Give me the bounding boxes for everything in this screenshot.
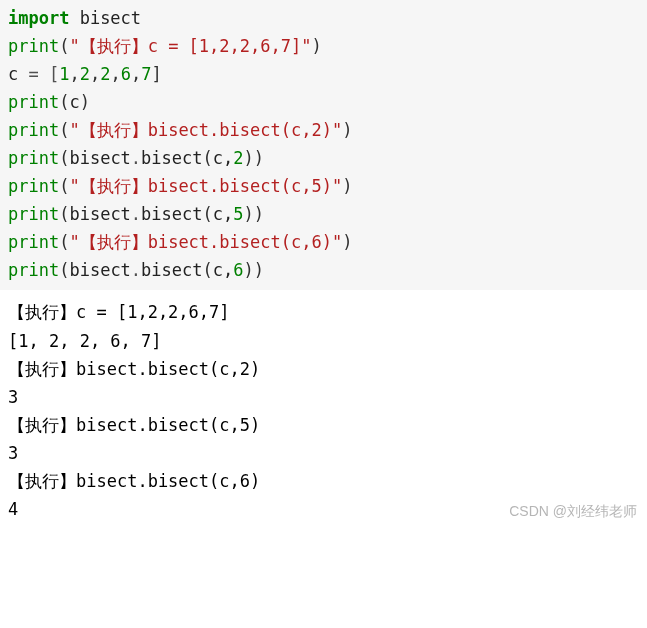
output-line: 【执行】bisect.bisect(c,5) — [8, 411, 639, 439]
code-line: print(bisect.bisect(c,6)) — [8, 256, 639, 284]
paren: ( — [59, 148, 69, 168]
close-bracket: ] — [151, 64, 161, 84]
code-line: c = [1,2,2,6,7] — [8, 60, 639, 88]
output-line: 【执行】bisect.bisect(c,6) — [8, 467, 639, 495]
output-line: 【执行】bisect.bisect(c,2) — [8, 355, 639, 383]
print-fn: print — [8, 36, 59, 56]
paren: ( — [59, 36, 69, 56]
paren: ( — [59, 176, 69, 196]
output-block: 【执行】c = [1,2,2,6,7] [1, 2, 2, 6, 7] 【执行】… — [0, 290, 647, 526]
dot: . — [131, 204, 141, 224]
variable: c — [8, 64, 28, 84]
output-line: 4 — [8, 495, 639, 523]
paren: ( — [59, 92, 69, 112]
assign-open: = [ — [28, 64, 59, 84]
comma: , — [90, 64, 100, 84]
paren: ) — [342, 176, 352, 196]
code-line: print(bisect.bisect(c,2)) — [8, 144, 639, 172]
keyword-import: import — [8, 8, 69, 28]
paren: ( — [203, 148, 213, 168]
number: 1 — [59, 64, 69, 84]
comma: , — [69, 64, 79, 84]
variable: c — [69, 92, 79, 112]
number: 2 — [233, 148, 243, 168]
output-line: [1, 2, 2, 6, 7] — [8, 327, 639, 355]
number: 6 — [233, 260, 243, 280]
arg: c, — [213, 204, 233, 224]
module: bisect — [69, 260, 130, 280]
paren: ( — [59, 204, 69, 224]
paren: ( — [59, 120, 69, 140]
number: 5 — [233, 204, 243, 224]
comma: , — [110, 64, 120, 84]
paren: ) — [342, 232, 352, 252]
string-literal: "【执行】bisect.bisect(c,5)" — [69, 176, 342, 196]
source-code-block: import bisect print("【执行】c = [1,2,2,6,7]… — [0, 0, 647, 290]
print-fn: print — [8, 232, 59, 252]
paren: ( — [203, 260, 213, 280]
paren: ) — [311, 36, 321, 56]
code-line: print("【执行】bisect.bisect(c,5)") — [8, 172, 639, 200]
paren: ( — [59, 260, 69, 280]
method: bisect — [141, 148, 202, 168]
number: 2 — [100, 64, 110, 84]
comma: , — [131, 64, 141, 84]
paren: )) — [244, 204, 264, 224]
print-fn: print — [8, 204, 59, 224]
output-line: 3 — [8, 383, 639, 411]
number: 2 — [80, 64, 90, 84]
code-line: print("【执行】bisect.bisect(c,2)") — [8, 116, 639, 144]
string-literal: "【执行】bisect.bisect(c,2)" — [69, 120, 342, 140]
print-fn: print — [8, 176, 59, 196]
arg: c, — [213, 260, 233, 280]
code-line: print(c) — [8, 88, 639, 116]
module: bisect — [69, 204, 130, 224]
output-line: 3 — [8, 439, 639, 467]
print-fn: print — [8, 92, 59, 112]
module: bisect — [69, 148, 130, 168]
arg: c, — [213, 148, 233, 168]
output-line: 【执行】c = [1,2,2,6,7] — [8, 298, 639, 326]
paren: )) — [244, 148, 264, 168]
dot: . — [131, 148, 141, 168]
paren: ) — [342, 120, 352, 140]
code-line: import bisect — [8, 4, 639, 32]
method: bisect — [141, 260, 202, 280]
paren: ( — [59, 232, 69, 252]
string-literal: "【执行】c = [1,2,2,6,7]" — [69, 36, 311, 56]
code-line: print("【执行】c = [1,2,2,6,7]") — [8, 32, 639, 60]
paren: ) — [80, 92, 90, 112]
print-fn: print — [8, 260, 59, 280]
print-fn: print — [8, 148, 59, 168]
paren: )) — [244, 260, 264, 280]
string-literal: "【执行】bisect.bisect(c,6)" — [69, 232, 342, 252]
number: 6 — [121, 64, 131, 84]
number: 7 — [141, 64, 151, 84]
print-fn: print — [8, 120, 59, 140]
method: bisect — [141, 204, 202, 224]
dot: . — [131, 260, 141, 280]
paren: ( — [203, 204, 213, 224]
code-line: print("【执行】bisect.bisect(c,6)") — [8, 228, 639, 256]
module-name: bisect — [69, 8, 141, 28]
code-line: print(bisect.bisect(c,5)) — [8, 200, 639, 228]
